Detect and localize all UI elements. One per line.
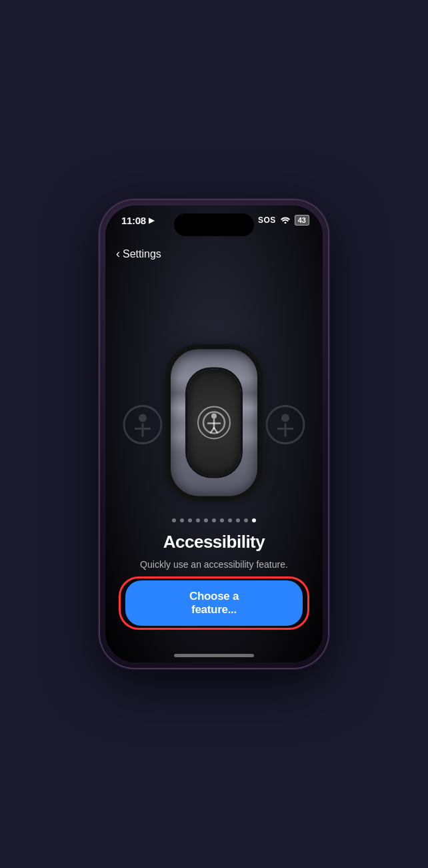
right-hint-icon (265, 404, 305, 454)
svg-point-14 (284, 222, 286, 224)
dot-2 (180, 518, 184, 522)
sos-label: SOS (258, 215, 276, 225)
choose-button-wrapper: Choose a feature... (125, 580, 303, 626)
home-indicator (174, 654, 254, 657)
dot-8 (228, 518, 232, 522)
accessibility-icon (197, 406, 231, 439)
dot-3 (188, 518, 192, 522)
dot-9 (236, 518, 240, 522)
status-right-group: SOS 43 (258, 215, 309, 226)
choose-button-highlight (119, 576, 309, 630)
svg-point-5 (281, 414, 289, 422)
center-device-illustration (171, 349, 257, 496)
svg-point-1 (139, 414, 147, 422)
status-time: 11:08 ▶ (121, 215, 154, 226)
wifi-icon (280, 215, 291, 226)
back-chevron-icon: ‹ (116, 247, 120, 261)
svg-line-13 (214, 428, 217, 432)
feature-title: Accessibility (163, 532, 265, 552)
back-label: Settings (123, 248, 161, 260)
bottom-content-area: Accessibility Quickly use an accessibili… (105, 532, 323, 626)
dot-11-active (252, 518, 256, 522)
back-navigation[interactable]: ‹ Settings (116, 247, 161, 261)
svg-point-8 (211, 413, 217, 418)
time-label: 11:08 (121, 215, 146, 226)
dot-7 (220, 518, 224, 522)
phone-screen: 11:08 ▶ SOS 43 ‹ Settings (105, 205, 323, 663)
dynamic-island (174, 213, 254, 236)
pagination-dots (172, 518, 256, 522)
dot-1 (172, 518, 176, 522)
dot-4 (196, 518, 200, 522)
dot-5 (204, 518, 208, 522)
feature-subtitle: Quickly use an accessibility feature. (140, 559, 288, 570)
dot-6 (212, 518, 216, 522)
phone-frame: 11:08 ▶ SOS 43 ‹ Settings (100, 200, 328, 668)
battery-indicator: 43 (295, 215, 309, 226)
location-icon: ▶ (149, 216, 154, 225)
battery-level: 43 (298, 216, 306, 224)
left-hint-icon (123, 404, 163, 454)
dot-10 (244, 518, 248, 522)
